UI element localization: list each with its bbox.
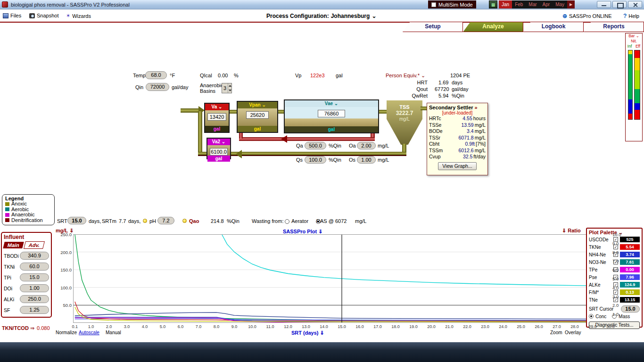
settler-row-value: 32.5 xyxy=(463,154,472,160)
ph-input[interactable]: 7.2 xyxy=(157,217,174,224)
bar-panel-title[interactable]: Bar ⌄ xyxy=(626,33,642,39)
multisim-icon[interactable]: ▦ xyxy=(489,0,497,8)
conc-radio[interactable] xyxy=(589,314,594,319)
month-feb[interactable]: Feb xyxy=(512,0,526,8)
normalize-button[interactable]: Normalize xyxy=(56,330,77,335)
basin-va2[interactable]: Va2 ⌄ 6100.0 gal xyxy=(206,138,231,159)
anaerobic-basins-stepper[interactable]: 3 xyxy=(222,83,232,93)
tab-main[interactable]: Main xyxy=(3,242,24,248)
minimize-button[interactable] xyxy=(597,1,611,8)
person-equiv-dropdown[interactable]: Person Equiv.* ⌄ xyxy=(386,73,425,79)
va-volume-value[interactable]: 13420 xyxy=(207,113,226,121)
basin-vae[interactable]: Vae ⌄ 76860 gal xyxy=(284,99,379,133)
qs-input[interactable]: 100.0 xyxy=(305,156,326,164)
vpan-volume-value[interactable]: 25620 xyxy=(246,111,269,119)
help-icon: ? xyxy=(623,13,627,19)
bar-chart-panel[interactable]: Bar ⌄ Nit. Inf Eff xyxy=(625,33,643,141)
x-tick-label: 0.1 xyxy=(68,324,82,329)
vp-value: 122e3 xyxy=(310,73,325,78)
files-icon xyxy=(3,13,8,18)
influent-bar xyxy=(628,50,633,120)
pipe-va-vpan xyxy=(230,110,237,114)
influent-field-label: ALKi xyxy=(4,296,14,302)
srt-input[interactable]: 15.0 xyxy=(67,217,86,224)
tab-adv[interactable]: Adv. xyxy=(24,241,45,249)
manual-button[interactable]: Manual xyxy=(106,330,121,335)
snapshot-label: Snapshot xyxy=(37,13,58,18)
chevron-down-icon: ⌄ xyxy=(372,13,376,19)
srtm-label: SRTm xyxy=(102,218,116,224)
temp-input[interactable]: 68.0 xyxy=(145,71,167,79)
qa-input[interactable]: 500.0 xyxy=(305,142,326,149)
hrt-value: 1.69 xyxy=(438,80,448,85)
globe-icon: ⊕ xyxy=(562,13,567,19)
stepper-arrows[interactable] xyxy=(228,83,231,93)
recycle-pipe-up xyxy=(239,133,243,139)
tab-logbook[interactable]: Logbook xyxy=(523,22,584,32)
view-graph-button[interactable]: View Graph... xyxy=(438,162,477,170)
close-button[interactable] xyxy=(628,1,642,8)
settler-row-unit: [7%] xyxy=(476,141,486,148)
influent-field-input[interactable]: 1.25 xyxy=(20,306,49,314)
inf-eff-bars xyxy=(626,50,642,120)
influent-field-input[interactable]: 250.0 xyxy=(20,295,49,303)
aerator-radio[interactable] xyxy=(285,219,289,224)
wizards-menu[interactable]: ✶ Wizards xyxy=(66,13,91,19)
influent-field-input[interactable]: 340.9 xyxy=(20,252,49,260)
zoom-button[interactable]: Zoom xyxy=(550,330,562,335)
qao-label: Qao xyxy=(189,218,199,224)
snapshot-menu[interactable]: Snapshot xyxy=(29,13,58,18)
qical-value: 0.00 xyxy=(218,73,228,78)
secondary-settler[interactable]: TSS 3222.7 mg/L xyxy=(387,100,422,145)
basin-va[interactable]: Va ⌄ 13420 gal xyxy=(204,103,230,133)
autoscale-button[interactable]: Autoscale xyxy=(79,330,99,335)
ras-arrow xyxy=(236,150,242,158)
influent-pipe xyxy=(181,108,199,113)
qin-input[interactable]: 72000 xyxy=(146,83,169,91)
month-next-button[interactable]: ▶ xyxy=(567,0,575,8)
srt-plot[interactable] xyxy=(73,234,611,323)
process-configuration-dropdown[interactable]: Process Configuration: Johannesburg ⌄ xyxy=(266,13,376,19)
settler-status: [under-loaded] xyxy=(429,110,486,115)
oa-input[interactable]: 2.00 xyxy=(357,142,376,149)
vpan-header[interactable]: Vpan ⌄ xyxy=(238,102,277,108)
x-tick-label: 27.0 xyxy=(550,324,564,329)
vae-volume-value[interactable]: 76860 xyxy=(318,110,345,117)
qs-unit: %Qin xyxy=(329,157,341,163)
sasspro-online-link[interactable]: ⊕ SASSPro ONLINE xyxy=(562,13,612,19)
help-menu[interactable]: ? Help xyxy=(623,13,639,19)
files-menu[interactable]: Files xyxy=(3,13,21,18)
va-header[interactable]: Va ⌄ xyxy=(205,104,229,110)
influent-field-input[interactable]: 1.00 xyxy=(20,284,49,292)
y-tick-label: 50.0 xyxy=(57,303,72,308)
tab-analyze[interactable]: Analyze xyxy=(463,22,523,32)
settler-row-label: TSSr xyxy=(429,135,447,141)
influent-field-input[interactable]: 15.0 xyxy=(20,273,49,281)
va2-header[interactable]: Va2 ⌄ xyxy=(207,139,230,145)
influent-field-label: SF xyxy=(4,307,10,313)
qout-value: 67720 xyxy=(435,86,449,92)
month-selector[interactable]: JanFebMarAprMay▶ xyxy=(499,0,575,8)
month-may[interactable]: May xyxy=(553,0,567,8)
influent-field: TPi15.0 xyxy=(4,273,49,281)
legend-swatch xyxy=(5,213,9,217)
legend-item: Denitrification xyxy=(5,218,51,223)
multisim-checkbox[interactable] xyxy=(431,2,436,7)
basin-vpan[interactable]: Vpan ⌄ 25620 gal xyxy=(237,101,278,133)
overlay-button[interactable]: Overlay xyxy=(565,330,581,335)
maximize-button[interactable] xyxy=(612,1,627,8)
tab-reports[interactable]: Reports xyxy=(584,22,644,32)
vae-header[interactable]: Vae ⌄ xyxy=(285,100,378,107)
bar-segment xyxy=(628,50,632,54)
month-apr[interactable]: Apr xyxy=(540,0,553,8)
qical-unit: % xyxy=(234,73,239,78)
month-mar[interactable]: Mar xyxy=(526,0,539,8)
month-jan[interactable]: Jan xyxy=(499,0,512,8)
qao-value: 214.8 xyxy=(211,218,224,224)
influent-field-input[interactable]: 60.0 xyxy=(20,263,49,271)
os-input[interactable]: 1.00 xyxy=(357,156,376,164)
multisim-mode-toggle[interactable]: MultiSim Mode xyxy=(428,0,476,8)
influent-panel: Influent Main Adv. TBODi340.9TKNi60.0TPi… xyxy=(1,232,52,318)
va2-volume-value[interactable]: 6100.0 xyxy=(210,148,228,156)
tab-setup[interactable]: Setup xyxy=(403,22,463,32)
